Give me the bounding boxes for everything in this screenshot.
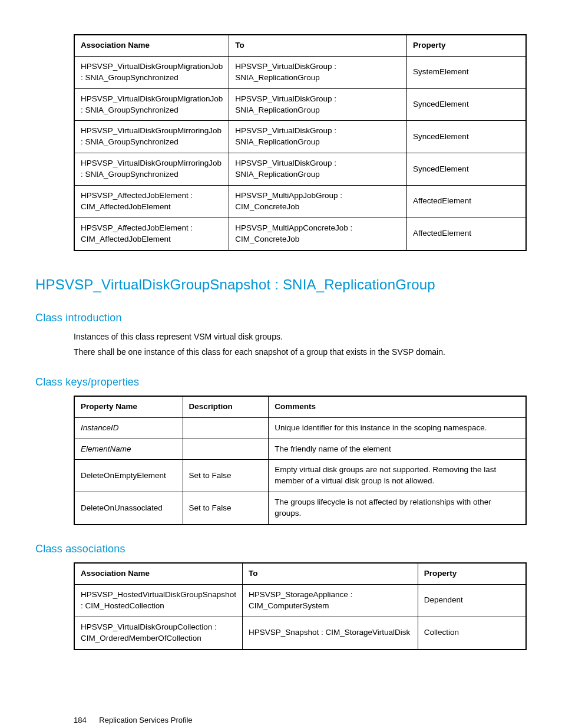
table-header: To bbox=[229, 35, 407, 56]
table-cell: HPSVSP_AffectedJobElement : CIM_Affected… bbox=[74, 218, 229, 250]
table-row: HPSVSP_VirtualDiskGroupMirroringJob : SN… bbox=[74, 121, 526, 153]
associations-table-1: Association Name To Property HPSVSP_Virt… bbox=[74, 34, 527, 251]
description-cell bbox=[183, 439, 269, 460]
description-cell: Set to False bbox=[183, 492, 269, 525]
page-footer: 184 Replication Services Profile bbox=[74, 715, 527, 726]
description-cell: Set to False bbox=[183, 460, 269, 492]
table-cell: SyncedElement bbox=[407, 88, 526, 121]
table-row: HPSVSP_AffectedJobElement : CIM_Affected… bbox=[74, 186, 526, 218]
table-cell: AffectedElement bbox=[407, 186, 526, 218]
table-cell: HPSVSP_VirtualDiskGroup : SNIA_Replicati… bbox=[229, 121, 407, 153]
table-cell: HPSVSP_VirtualDiskGroup : SNIA_Replicati… bbox=[229, 88, 407, 121]
class-heading: HPSVSP_VirtualDiskGroupSnapshot : SNIA_R… bbox=[35, 275, 527, 295]
table-row: ElementNameThe friendly name of the elem… bbox=[74, 439, 526, 460]
comments-cell: Unique identifier for this instance in t… bbox=[269, 417, 526, 439]
table-cell: HPSVSP_StorageAppliance : CIM_ComputerSy… bbox=[242, 585, 418, 617]
table-cell: HPSVSP_VirtualDiskGroup : SNIA_Replicati… bbox=[229, 56, 407, 88]
table-row: HPSVSP_VirtualDiskGroupMigrationJob : SN… bbox=[74, 56, 526, 88]
table-cell: HPSVSP_VirtualDiskGroupMirroringJob : SN… bbox=[74, 153, 229, 186]
table-header: Association Name bbox=[74, 35, 229, 56]
comments-cell: Empty virtual disk groups are not suppor… bbox=[269, 460, 526, 492]
intro-paragraph: There shall be one instance of this clas… bbox=[74, 347, 527, 358]
table-row: InstanceIDUnique identifier for this ins… bbox=[74, 417, 526, 439]
properties-table: Property Name Description Comments Insta… bbox=[74, 396, 527, 525]
table-cell: HPSVSP_MultiAppJobGroup : CIM_ConcreteJo… bbox=[229, 186, 407, 218]
table-cell: HPSVSP_Snapshot : CIM_StorageVirtualDisk bbox=[242, 617, 418, 649]
table-header: Property bbox=[407, 35, 526, 56]
table-header: To bbox=[242, 563, 418, 584]
table-header: Comments bbox=[269, 396, 526, 417]
table-header: Association Name bbox=[74, 563, 242, 584]
property-name-cell: InstanceID bbox=[74, 417, 183, 439]
property-name-cell: DeleteOnEmptyElement bbox=[74, 460, 183, 492]
table-row: DeleteOnEmptyElementSet to FalseEmpty vi… bbox=[74, 460, 526, 492]
table-cell: HPSVSP_VirtualDiskGroupCollection : CIM_… bbox=[74, 617, 242, 649]
section-title-intro: Class introduction bbox=[35, 311, 527, 325]
associations-table-2: Association Name To Property HPSVSP_Host… bbox=[74, 562, 527, 650]
table-header: Property bbox=[418, 563, 526, 584]
comments-cell: The friendly name of the element bbox=[269, 439, 526, 460]
table-row: HPSVSP_AffectedJobElement : CIM_Affected… bbox=[74, 218, 526, 250]
property-name-cell: ElementName bbox=[74, 439, 183, 460]
page-number: 184 bbox=[74, 715, 87, 726]
table-row: HPSVSP_VirtualDiskGroupCollection : CIM_… bbox=[74, 617, 526, 649]
table-row: HPSVSP_VirtualDiskGroupMigrationJob : SN… bbox=[74, 88, 526, 121]
table-header: Property Name bbox=[74, 396, 183, 417]
table-row: DeleteOnUnassociatedSet to FalseThe grou… bbox=[74, 492, 526, 525]
table-cell: SystemElement bbox=[407, 56, 526, 88]
table-cell: HPSVSP_MultiAppConcreteJob : CIM_Concret… bbox=[229, 218, 407, 250]
property-name-cell: DeleteOnUnassociated bbox=[74, 492, 183, 525]
table-cell: AffectedElement bbox=[407, 218, 526, 250]
table-row: HPSVSP_VirtualDiskGroupMirroringJob : SN… bbox=[74, 153, 526, 186]
table-cell: SyncedElement bbox=[407, 153, 526, 186]
table-cell: HPSVSP_VirtualDiskGroupMigrationJob : SN… bbox=[74, 88, 229, 121]
table-cell: HPSVSP_VirtualDiskGroupMirroringJob : SN… bbox=[74, 121, 229, 153]
section-title-keys: Class keys/properties bbox=[35, 375, 527, 390]
intro-paragraph: Instances of this class represent VSM vi… bbox=[74, 331, 527, 343]
table-cell: HPSVSP_VirtualDiskGroup : SNIA_Replicati… bbox=[229, 153, 407, 186]
comments-cell: The groups lifecycle is not affected by … bbox=[269, 492, 526, 525]
section-title-assoc: Class associations bbox=[35, 542, 527, 556]
table-cell: HPSVSP_AffectedJobElement : CIM_Affected… bbox=[74, 186, 229, 218]
table-cell: HPSVSP_VirtualDiskGroupMigrationJob : SN… bbox=[74, 56, 229, 88]
table-header: Description bbox=[183, 396, 269, 417]
table-row: HPSVSP_HostedVirtualDiskGroupSnapshot : … bbox=[74, 585, 526, 617]
table-cell: Dependent bbox=[418, 585, 526, 617]
footer-title: Replication Services Profile bbox=[99, 716, 192, 724]
table-cell: SyncedElement bbox=[407, 121, 526, 153]
description-cell bbox=[183, 417, 269, 439]
table-cell: HPSVSP_HostedVirtualDiskGroupSnapshot : … bbox=[74, 585, 242, 617]
table-cell: Collection bbox=[418, 617, 526, 649]
